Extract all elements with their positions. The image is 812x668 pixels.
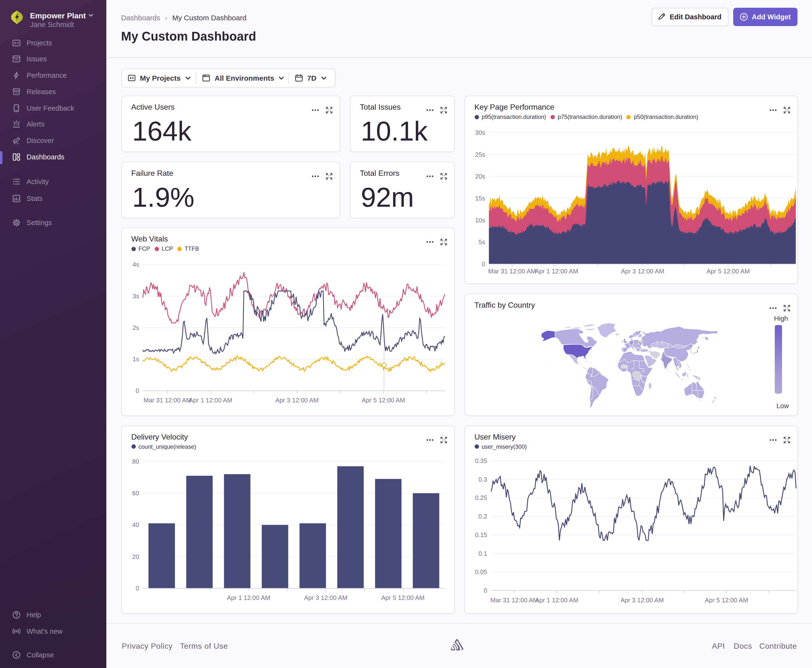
svg-text:0: 0 (482, 261, 485, 267)
svg-text:Apr 1 12:00 AM: Apr 1 12:00 AM (535, 596, 578, 603)
svg-text:4s: 4s (132, 261, 139, 268)
svg-text:20: 20 (132, 553, 139, 560)
svg-text:Apr 3 12:00 AM: Apr 3 12:00 AM (620, 596, 663, 603)
svg-text:10s: 10s (475, 217, 485, 224)
svg-text:5s: 5s (479, 238, 485, 245)
svg-text:0.25: 0.25 (475, 494, 487, 501)
svg-text:Mar 31 12:00 AM: Mar 31 12:00 AM (490, 596, 538, 603)
svg-text:2s: 2s (132, 324, 139, 331)
svg-text:Apr 5 12:00 AM: Apr 5 12:00 AM (381, 594, 424, 601)
svg-text:30s: 30s (475, 129, 485, 136)
svg-text:0.1: 0.1 (478, 549, 487, 557)
svg-text:0.15: 0.15 (475, 531, 487, 538)
svg-text:0.2: 0.2 (478, 513, 487, 520)
svg-text:0.05: 0.05 (475, 568, 487, 575)
svg-text:Apr 3 12:00 AM: Apr 3 12:00 AM (304, 594, 347, 601)
svg-text:20s: 20s (475, 173, 485, 180)
svg-text:Apr 1 12:00 AM: Apr 1 12:00 AM (189, 397, 232, 404)
svg-text:Mar 31 12:00 AM: Mar 31 12:00 AM (143, 397, 191, 404)
svg-text:1s: 1s (132, 356, 139, 363)
svg-text:25s: 25s (475, 151, 485, 158)
svg-text:Apr 5 12:00 AM: Apr 5 12:00 AM (362, 397, 405, 404)
svg-text:60: 60 (132, 489, 139, 496)
svg-text:0.35: 0.35 (475, 457, 487, 464)
svg-text:Apr 5 12:00 AM: Apr 5 12:00 AM (705, 596, 748, 603)
svg-text:Apr 3 12:00 AM: Apr 3 12:00 AM (621, 267, 664, 275)
svg-text:Apr 5 12:00 AM: Apr 5 12:00 AM (706, 267, 749, 275)
svg-text:15s: 15s (475, 195, 485, 202)
svg-text:Mar 31 12:00 AM: Mar 31 12:00 AM (488, 267, 536, 275)
svg-text:0: 0 (136, 584, 139, 592)
svg-text:80: 80 (132, 458, 139, 465)
svg-text:Apr 1 12:00 AM: Apr 1 12:00 AM (227, 594, 270, 601)
svg-text:0: 0 (484, 586, 487, 594)
svg-text:Apr 1 12:00 AM: Apr 1 12:00 AM (534, 267, 578, 275)
svg-text:0: 0 (136, 387, 139, 394)
svg-text:Apr 3 12:00 AM: Apr 3 12:00 AM (275, 397, 318, 404)
svg-text:0.3: 0.3 (478, 476, 487, 483)
svg-text:3s: 3s (132, 292, 139, 300)
svg-text:40: 40 (132, 521, 139, 528)
